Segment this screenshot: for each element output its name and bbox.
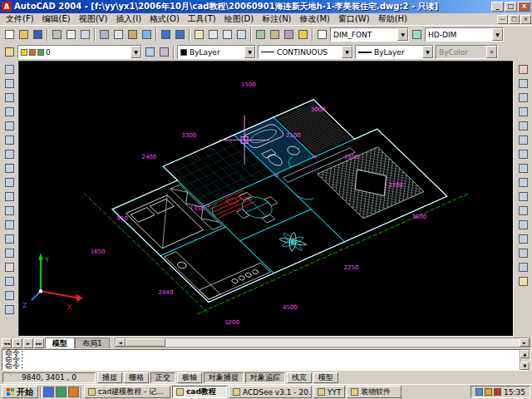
- tab-last-button[interactable]: ►►: [34, 338, 44, 348]
- table-icon[interactable]: [2, 288, 17, 303]
- copy-object-icon[interactable]: [516, 76, 530, 91]
- volume-icon[interactable]: [475, 388, 483, 396]
- status-toggle-4[interactable]: 对象捕捉: [204, 372, 244, 383]
- revision-cloud-icon[interactable]: [2, 161, 17, 175]
- zoom-window-icon[interactable]: [220, 27, 234, 42]
- ellipse-icon[interactable]: [2, 190, 17, 204]
- layer-properties-manager-icon[interactable]: [2, 45, 17, 59]
- new-icon[interactable]: [2, 27, 17, 42]
- ellipse-arc-icon[interactable]: [2, 204, 17, 218]
- chevron-down-icon[interactable]: ▼: [342, 46, 352, 58]
- rectangle-icon[interactable]: [2, 119, 17, 133]
- drawing-canvas[interactable]: 2400330015002100180027003600910165024401…: [18, 61, 514, 337]
- tab-next-button[interactable]: ►: [23, 338, 33, 348]
- chevron-down-icon[interactable]: ▼: [244, 46, 255, 58]
- scale-icon[interactable]: [516, 161, 530, 175]
- status-toggle-5[interactable]: 对象追踪: [245, 372, 285, 383]
- cut-icon[interactable]: [97, 27, 111, 42]
- zoom-previous-icon[interactable]: [234, 27, 249, 42]
- make-object-layer-current-icon[interactable]: [143, 45, 157, 59]
- lineweight-dropdown[interactable]: ByLayer ▼: [355, 45, 434, 59]
- move-icon[interactable]: [516, 133, 530, 147]
- media-player-icon[interactable]: [68, 387, 79, 397]
- horizontal-scrollbar[interactable]: ◄ ►: [115, 337, 530, 347]
- start-button[interactable]: 开始: [2, 386, 38, 398]
- command-input[interactable]: 命令: 命令: 命令:: [2, 350, 520, 370]
- chevron-down-icon[interactable]: ▼: [397, 28, 408, 41]
- array-icon[interactable]: [516, 119, 530, 133]
- save-icon[interactable]: [31, 27, 45, 42]
- scroll-up-icon[interactable]: ▲: [520, 350, 530, 358]
- close-button[interactable]: ×: [518, 2, 530, 12]
- redo-icon[interactable]: [173, 27, 187, 42]
- tab-first-button[interactable]: ◄◄: [2, 338, 12, 348]
- layer-previous-icon[interactable]: [157, 45, 171, 59]
- menu-item-0[interactable]: 文件(F): [2, 13, 38, 25]
- status-toggle-3[interactable]: 极轴: [177, 372, 202, 383]
- text-style-dropdown[interactable]: DIM_FONT ▼: [330, 27, 409, 42]
- task-button-1[interactable]: cad教程: [172, 386, 227, 398]
- dim-style-icon[interactable]: [410, 27, 424, 42]
- polyline-icon[interactable]: [2, 91, 17, 105]
- menu-item-1[interactable]: 编辑(E): [38, 13, 75, 25]
- menu-item-8[interactable]: 修改(M): [296, 13, 334, 25]
- text-style-icon[interactable]: [315, 27, 329, 42]
- minimize-button[interactable]: _: [491, 2, 504, 12]
- line-icon[interactable]: [2, 62, 17, 76]
- copy-icon[interactable]: [111, 27, 126, 42]
- zoom-realtime-icon[interactable]: [206, 27, 220, 42]
- tool-palettes-icon[interactable]: [282, 27, 296, 42]
- offset-icon[interactable]: [516, 105, 530, 119]
- mdi-minimize-button[interactable]: —: [497, 15, 508, 24]
- insert-block-icon[interactable]: [2, 218, 17, 232]
- maximize-button[interactable]: □: [505, 2, 517, 12]
- scroll-right-icon[interactable]: ►: [520, 338, 530, 347]
- tab-model[interactable]: 模型: [45, 337, 75, 348]
- im-icon[interactable]: [485, 388, 492, 396]
- construction-line-icon[interactable]: [2, 76, 17, 91]
- chevron-down-icon[interactable]: ▼: [131, 46, 141, 58]
- menu-item-4[interactable]: 格式(O): [145, 13, 184, 25]
- spline-icon[interactable]: [2, 175, 17, 190]
- menu-item-7[interactable]: 标注(N): [258, 13, 295, 25]
- menu-item-10[interactable]: 帮助(H): [374, 13, 411, 25]
- polygon-icon[interactable]: [2, 105, 17, 119]
- color-dropdown[interactable]: ByLayer ▼: [177, 45, 256, 59]
- break-icon[interactable]: [516, 232, 530, 246]
- chevron-down-icon[interactable]: ▼: [422, 46, 433, 58]
- chevron-down-icon[interactable]: ▼: [492, 28, 503, 41]
- tab-layout1[interactable]: 布局1: [75, 337, 110, 348]
- menu-item-3[interactable]: 插入(I): [111, 13, 145, 25]
- region-icon[interactable]: [2, 274, 17, 288]
- antivirus-icon[interactable]: [494, 388, 501, 396]
- menu-item-6[interactable]: 绘图(D): [220, 13, 259, 25]
- show-desktop-icon[interactable]: [56, 387, 66, 397]
- make-block-icon[interactable]: [2, 232, 17, 246]
- mdi-restore-button[interactable]: □: [509, 15, 520, 24]
- task-button-0[interactable]: cad建模教程 - 记...: [84, 386, 170, 398]
- dim-style-dropdown[interactable]: HD-DIM ▼: [425, 27, 504, 42]
- status-toggle-0[interactable]: 捕捉: [97, 372, 122, 383]
- command-scrollbar[interactable]: ▲ ▼: [520, 350, 530, 370]
- mirror-icon[interactable]: [516, 91, 530, 105]
- circle-icon[interactable]: [2, 147, 17, 161]
- mdi-close-button[interactable]: ×: [520, 15, 531, 24]
- task-button-2[interactable]: ACDSee v3.1 - 20...: [229, 386, 312, 398]
- open-icon[interactable]: [17, 27, 31, 42]
- undo-icon[interactable]: [159, 27, 173, 42]
- fillet-icon[interactable]: [516, 260, 530, 274]
- break-at-point-icon[interactable]: [516, 218, 530, 232]
- task-button-3[interactable]: YYT: [313, 386, 345, 398]
- menu-item-2[interactable]: 视图(V): [75, 13, 112, 25]
- tab-prev-button[interactable]: ◄: [12, 338, 22, 348]
- erase-icon[interactable]: [516, 62, 530, 76]
- extend-icon[interactable]: [516, 204, 530, 218]
- point-icon[interactable]: [2, 246, 17, 260]
- status-toggle-6[interactable]: 线宽: [287, 372, 312, 383]
- multiline-text-icon[interactable]: [2, 303, 17, 317]
- trim-icon[interactable]: [516, 190, 530, 204]
- designcenter-icon[interactable]: [268, 27, 282, 42]
- print-preview-icon[interactable]: [64, 27, 78, 42]
- help-icon[interactable]: [296, 27, 310, 42]
- status-toggle-2[interactable]: 正交: [150, 372, 175, 383]
